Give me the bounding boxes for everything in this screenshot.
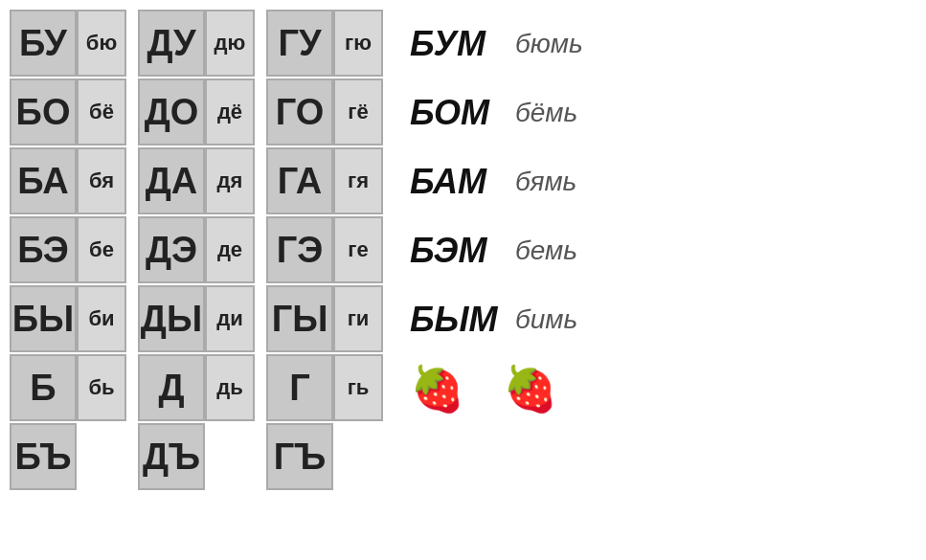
col-g-small: гю гё гя ге ги гь <box>333 10 383 490</box>
cell-g-small-1: гё <box>333 78 383 146</box>
cell-b-small-5: бь <box>77 354 126 421</box>
cell-d-large-3: ДЭ <box>138 216 205 283</box>
page: БУ БО БА БЭ БЫ Б БЪ бю бё бя бе би бь ДУ… <box>0 0 926 560</box>
cell-b-small-3: бе <box>77 216 126 283</box>
cell-d-small-4: ди <box>205 285 255 352</box>
word-light-1: бёмь <box>515 98 601 128</box>
cell-b-large-1: БО <box>10 78 77 146</box>
strawberry-row: 🍓 🍓 <box>410 354 601 423</box>
col-g-large: ГУ ГО ГА ГЭ ГЫ Г ГЪ <box>266 10 333 490</box>
group-g: ГУ ГО ГА ГЭ ГЫ Г ГЪ гю гё гя ге ги гь <box>266 10 383 490</box>
cell-g-large-0: ГУ <box>266 10 333 77</box>
cell-b-small-2: бя <box>77 147 126 214</box>
cell-g-large-5: Г <box>266 354 333 421</box>
word-row-1: БОМ бёмь <box>410 78 601 147</box>
strawberry-left: 🍓 <box>410 363 464 414</box>
cell-g-large-1: ГО <box>266 78 333 146</box>
cell-d-small-1: дё <box>205 78 255 146</box>
word-bold-2: БАМ <box>410 162 506 202</box>
cell-d-large-1: ДО <box>138 78 205 146</box>
cell-b-small-4: би <box>77 285 126 352</box>
cell-g-small-0: гю <box>333 10 383 77</box>
cell-d-large-0: ДУ <box>138 10 205 77</box>
cell-b-small-1: бё <box>77 78 126 146</box>
cell-g-small-4: ги <box>333 285 383 352</box>
cell-g-small-2: гя <box>333 147 383 214</box>
cell-g-small-5: гь <box>333 354 383 421</box>
cell-d-small-0: дю <box>205 10 255 77</box>
word-light-2: бямь <box>515 167 601 197</box>
word-bold-4: БЫМ <box>410 300 506 340</box>
word-light-4: бимь <box>515 304 601 335</box>
word-row-3: БЭМ бемь <box>410 216 601 285</box>
cell-d-small-5: дь <box>205 354 255 421</box>
col-d-small: дю дё дя де ди дь <box>205 10 255 490</box>
col-d-large: ДУ ДО ДА ДЭ ДЫ Д ДЪ <box>138 10 205 490</box>
word-row-4: БЫМ бимь <box>410 285 601 354</box>
word-bold-3: БЭМ <box>410 231 506 271</box>
cell-g-large-6: ГЪ <box>266 423 333 490</box>
cell-d-large-6: ДЪ <box>138 423 205 490</box>
word-light-0: бюмь <box>515 29 601 59</box>
cell-d-large-2: ДА <box>138 147 205 214</box>
cell-g-small-6 <box>333 423 383 490</box>
group-d: ДУ ДО ДА ДЭ ДЫ Д ДЪ дю дё дя де ди дь <box>138 10 255 490</box>
cell-b-small-0: бю <box>77 10 126 77</box>
cell-d-large-5: Д <box>138 354 205 421</box>
word-bold-1: БОМ <box>410 93 506 133</box>
words-section: БУМ бюмь БОМ бёмь БАМ бямь БЭМ бемь БЫМ … <box>410 10 601 354</box>
cell-g-large-2: ГА <box>266 147 333 214</box>
group-b: БУ БО БА БЭ БЫ Б БЪ бю бё бя бе би бь <box>10 10 126 490</box>
cell-b-large-0: БУ <box>10 10 77 77</box>
word-bold-0: БУМ <box>410 24 506 64</box>
word-row-2: БАМ бямь <box>410 147 601 216</box>
word-light-3: бемь <box>515 235 601 266</box>
cell-g-large-4: ГЫ <box>266 285 333 352</box>
cell-d-large-4: ДЫ <box>138 285 205 352</box>
cell-d-small-3: де <box>205 216 255 283</box>
col-b-large: БУ БО БА БЭ БЫ Б БЪ <box>10 10 77 490</box>
cell-b-small-6 <box>77 423 126 490</box>
cell-b-large-2: БА <box>10 147 77 214</box>
cell-b-large-6: БЪ <box>10 423 77 490</box>
cell-b-large-3: БЭ <box>10 216 77 283</box>
col-b-small: бю бё бя бе би бь <box>77 10 126 490</box>
word-row-0: БУМ бюмь <box>410 10 601 78</box>
cell-d-small-2: дя <box>205 147 255 214</box>
cell-b-large-4: БЫ <box>10 285 77 352</box>
strawberry-right: 🍓 <box>503 363 557 414</box>
cell-d-small-6 <box>205 423 255 490</box>
cell-g-small-3: ге <box>333 216 383 283</box>
cell-b-large-5: Б <box>10 354 77 421</box>
cell-g-large-3: ГЭ <box>266 216 333 283</box>
